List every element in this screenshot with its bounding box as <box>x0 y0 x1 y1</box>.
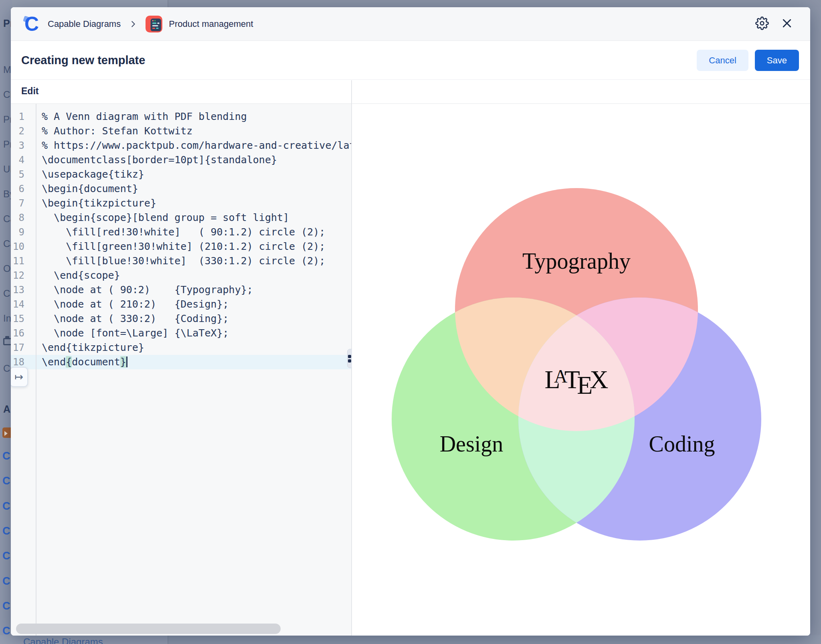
app-logo-fragment: C <box>2 475 10 487</box>
gear-icon <box>755 16 769 31</box>
line-number: 6 <box>11 182 36 196</box>
code-line[interactable]: \documentclass[border=10pt]{standalone} <box>36 153 351 167</box>
settings-button[interactable] <box>753 15 771 33</box>
indent-arrow-icon: ↦ <box>14 371 23 383</box>
line-number: 5 <box>11 167 36 182</box>
underlying-page-bottom-strip: Capable Diagrams <box>0 635 821 644</box>
code-line[interactable]: % A Venn diagram with PDF blending <box>36 109 351 124</box>
sidebar-item-fragment: O <box>3 263 11 274</box>
line-number: 3 <box>11 138 36 153</box>
chevron-right-icon <box>129 20 138 28</box>
text-cursor <box>126 356 127 367</box>
code-line[interactable]: \begin{scope}[blend group = soft light] <box>36 211 351 225</box>
close-button[interactable] <box>778 15 796 33</box>
line-number: 14 <box>11 297 36 312</box>
code-line[interactable]: \node [font=\Large] {\LaTeX}; <box>36 326 351 340</box>
breadcrumb-app[interactable]: Capable Diagrams <box>48 19 121 29</box>
cancel-button[interactable]: Cancel <box>697 50 748 71</box>
line-number: 16 <box>11 326 36 340</box>
underlying-sidebar-footer-label: Capable Diagrams <box>23 636 103 644</box>
editor-gutter: 123456789101112131415161718 <box>11 109 36 369</box>
code-line[interactable]: \end{document} <box>36 355 351 369</box>
product-management-icon <box>146 16 162 32</box>
code-line[interactable]: \fill[red!30!white] ( 90:1.2) circle (2)… <box>36 225 351 239</box>
code-line[interactable]: \node at ( 210:2) {Design}; <box>36 297 351 312</box>
underlying-sidebar: Pr MClPrPrUlByCaCaOClIn Cr AP CCCCCCCC <box>0 0 12 644</box>
sidebar-item-fragment: M <box>3 64 11 75</box>
code-line[interactable]: \node at ( 330:2) {Coding}; <box>36 312 351 326</box>
code-line[interactable]: \node at ( 90:2) {Typography}; <box>36 283 351 297</box>
preview-pane: Typography Design Coding LATEX <box>352 104 810 636</box>
code-line[interactable]: \end{tikzpicture} <box>36 340 351 355</box>
sidebar-item-fragment: In <box>3 313 11 324</box>
underlying-page-top-strip <box>0 0 821 7</box>
line-number: 15 <box>11 312 36 326</box>
close-icon <box>781 17 793 30</box>
code-line[interactable]: \usepackage{tikz} <box>36 167 351 182</box>
code-editor[interactable]: 123456789101112131415161718 % A Venn dia… <box>11 104 351 636</box>
line-number: 10 <box>11 239 36 254</box>
line-number: 8 <box>11 211 36 225</box>
line-number: 2 <box>11 124 36 138</box>
latex-logo: LATEX <box>544 365 608 400</box>
modal-header: C Capable Diagrams Product management <box>11 7 810 41</box>
venn-label-design: Design <box>440 431 504 457</box>
code-line[interactable]: \fill[blue!30!white] (330:1.2) circle (2… <box>36 254 351 268</box>
page-title: Creating new template <box>21 54 697 67</box>
app-logo-fragment: C <box>2 450 10 462</box>
line-number: 13 <box>11 283 36 297</box>
new-template-modal: C Capable Diagrams Product management <box>11 7 810 636</box>
collapse-editor-button[interactable]: ↦ <box>11 367 28 387</box>
code-line[interactable]: \begin{document} <box>36 182 351 196</box>
capable-diagrams-logo: C <box>21 14 41 34</box>
venn-label-coding: Coding <box>649 431 715 457</box>
venn-label-typography: Typography <box>522 248 631 274</box>
matched-bracket: } <box>120 356 126 368</box>
editor-code[interactable]: % A Venn diagram with PDF blending% Auth… <box>36 109 351 369</box>
line-number: 7 <box>11 196 36 211</box>
app-logo-fragment: C <box>2 600 10 612</box>
line-number: 17 <box>11 340 36 355</box>
line-number: 1 <box>11 109 36 124</box>
app-logo-fragment: C <box>2 575 10 587</box>
code-line[interactable]: % Author: Stefan Kottwitz <box>36 124 351 138</box>
code-line[interactable]: % https://www.packtpub.com/hardware-and-… <box>36 138 351 153</box>
line-number: 4 <box>11 153 36 167</box>
edit-pane-label: Edit <box>21 86 38 97</box>
code-line[interactable]: \fill[green!30!white] (210:1.2) circle (… <box>36 239 351 254</box>
save-button[interactable]: Save <box>755 50 799 71</box>
editor-horizontal-scrollbar[interactable] <box>16 624 281 634</box>
app-logo-fragment: C <box>2 525 10 537</box>
line-number: 9 <box>11 225 36 239</box>
app-logo-fragment: C <box>2 500 10 512</box>
pane-headers: Edit Preview <box>11 80 810 104</box>
modal-title-row: Creating new template Cancel Save <box>11 41 810 80</box>
line-number: 12 <box>11 268 36 283</box>
app-logo-fragment: C <box>2 550 10 562</box>
code-line[interactable]: \begin{tikzpicture} <box>36 196 351 211</box>
breadcrumb-page[interactable]: Product management <box>169 19 253 29</box>
code-line[interactable]: \end{scope} <box>36 268 351 283</box>
matched-bracket: { <box>66 356 72 368</box>
line-number: 11 <box>11 254 36 268</box>
